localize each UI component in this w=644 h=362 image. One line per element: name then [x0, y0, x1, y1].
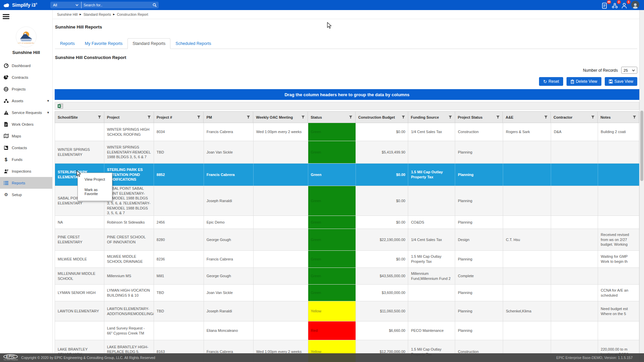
column-header-oac[interactable]: Weekly OAC Meeting	[253, 112, 308, 123]
app-brand[interactable]: Simplify i3®	[3, 2, 37, 8]
sidebar-item-setup[interactable]: ⚙ Setup	[0, 189, 52, 200]
cell-contractor	[551, 251, 598, 267]
cell-project: PINE CREST SCHOOL OF INNOVATION	[104, 229, 154, 250]
cell-funding: 1/4 Cent Sales Tax	[408, 123, 455, 141]
column-header-contractor[interactable]: Contractor	[551, 112, 598, 123]
notifications-documents-button[interactable]: 40	[602, 1, 609, 9]
column-header-budget[interactable]: Construction Budget	[356, 112, 408, 123]
cell-school: LAWTON ELEMENTARY	[55, 301, 104, 321]
column-header-pstatus[interactable]: Project Status	[455, 112, 503, 123]
cell-school: MILWEE MIDDLE	[55, 251, 104, 267]
filter-icon[interactable]	[349, 115, 353, 119]
column-header-number[interactable]: Project #	[154, 112, 204, 123]
menu-toggle-icon[interactable]	[3, 14, 9, 19]
table-row[interactable]: NARobinson St Sidewalks2456Epic DemoGree…	[55, 216, 639, 229]
reset-button[interactable]: ↻ Reset	[539, 77, 563, 86]
org-logo: CITY OF SUNSHINE HILL	[16, 26, 37, 47]
warning-triangle-icon	[3, 110, 9, 115]
table-row[interactable]: PINE CREST ELEMENTARYPINE CREST SCHOOL O…	[55, 229, 639, 251]
sidebar-item-label: Contracts	[12, 75, 28, 79]
table-row[interactable]: LYMAN SENIOR HIGHLYMAN HIGH-VOCATION BUI…	[55, 285, 639, 301]
excel-export-icon[interactable]	[58, 104, 63, 109]
table-row-selected[interactable]: STERLING PARK ELEMENTARYSTERLING PARK ES…	[55, 164, 639, 186]
cell-pm: Joseph Ranaldi	[204, 186, 254, 216]
user-avatar[interactable]	[631, 1, 639, 9]
filter-icon[interactable]	[197, 115, 201, 119]
sidebar-item-contracts[interactable]: Contracts	[0, 71, 52, 83]
delete-view-button[interactable]: Delete View	[567, 77, 601, 86]
cell-contractor	[551, 229, 598, 250]
tab-reports[interactable]: Reports	[55, 38, 80, 49]
sidebar-item-projects[interactable]: Projects	[0, 83, 52, 95]
search-icon[interactable]	[153, 3, 157, 7]
records-count-select[interactable]: 25	[621, 67, 637, 74]
sidebar-item-work-orders[interactable]: Work Orders	[0, 118, 52, 130]
context-menu-item-view-project[interactable]: View Project	[78, 176, 112, 183]
sidebar-item-maps[interactable]: Maps	[0, 130, 52, 142]
group-by-drop-zone[interactable]: Drag the column headers here to group th…	[55, 89, 639, 100]
cell-number	[154, 321, 204, 340]
filter-icon[interactable]	[401, 115, 405, 119]
cell-number	[154, 186, 204, 216]
cell-pm: Francis Cabrera	[204, 164, 254, 186]
filter-icon[interactable]	[544, 115, 548, 119]
table-row[interactable]: SABAL POINT ELEMENTARYSABAL POINT SABAL …	[55, 186, 639, 216]
cell-pstatus: Design	[455, 229, 503, 250]
badge-count: 2	[617, 0, 621, 4]
filter-icon[interactable]	[98, 115, 101, 119]
report-tabs: Reports My Favorite Reports Standard Rep…	[55, 38, 637, 49]
filter-icon[interactable]	[301, 115, 305, 119]
column-header-pm[interactable]: PM	[204, 112, 253, 123]
sidebar-item-funds[interactable]: $ Funds	[0, 154, 52, 165]
row-context-menu: View Project Mark as Favorite	[77, 173, 112, 201]
filter-icon[interactable]	[496, 115, 500, 119]
sidebar-item-contacts[interactable]: Contacts	[0, 142, 52, 154]
column-header-school[interactable]: School/Site	[55, 112, 104, 123]
column-header-notes[interactable]: Notes	[598, 112, 639, 123]
assets-icon	[3, 99, 9, 103]
cell-contractor	[551, 216, 598, 229]
notifications-user-button[interactable]: 1	[622, 1, 628, 9]
column-header-ae[interactable]: A&E	[503, 112, 551, 123]
cell-pstatus: Planning	[455, 285, 503, 301]
filter-icon[interactable]	[591, 115, 595, 119]
breadcrumb-item[interactable]: Standard Reports	[84, 12, 111, 16]
cell-project: Millennium MS	[104, 268, 154, 284]
sidebar-item-service-requests[interactable]: Service Requests ▼	[0, 107, 52, 118]
sidebar-item-dashboard[interactable]: Dashboard	[0, 60, 52, 71]
epic-logo: EPIC Your Work, Simplified	[3, 354, 18, 361]
page-scrollbar[interactable]	[639, 10, 644, 362]
table-row[interactable]: MILLENNIUM MIDDLE SCHOOLMillennium MSMil…	[55, 268, 639, 285]
search-scope-select[interactable]: All	[50, 3, 81, 7]
column-header-project[interactable]: Project	[104, 112, 154, 123]
table-row[interactable]: WINTER SPRINGS HIGH SCHOOL ROOFING8034Fr…	[55, 123, 639, 141]
cell-pstatus: Construction	[455, 123, 503, 141]
table-row[interactable]: MILWEE MIDDLEMILWEE MIDDLE SCHOOL DRAINA…	[55, 251, 639, 268]
scrollbar-thumb[interactable]	[640, 111, 643, 181]
table-row[interactable]: Land Survey Request - 66" Cypress Creek …	[55, 321, 639, 340]
sidebar-item-assets[interactable]: Assets ▼	[0, 95, 52, 107]
person-icon	[622, 3, 627, 9]
breadcrumb-item[interactable]: Construction Report	[117, 12, 148, 16]
tab-standard-reports[interactable]: Standard Reports	[127, 38, 170, 49]
sidebar-item-reports[interactable]: Reports	[0, 177, 52, 189]
table-row[interactable]: LAWTON ELEMENTARYLAWTON ELEMENTARY-ADDIT…	[55, 301, 639, 321]
table-row[interactable]: WINTER SPRINGS ELEMENTARYWINTER SPRINGS …	[55, 141, 639, 164]
filter-icon[interactable]	[633, 115, 636, 119]
breadcrumb-item[interactable]: Sunshine Hill	[57, 12, 77, 16]
filter-icon[interactable]	[147, 115, 151, 119]
context-menu-item-mark-as-favorite[interactable]: Mark as Favorite	[78, 186, 112, 197]
save-view-button[interactable]: Save View	[605, 77, 637, 86]
column-header-status[interactable]: Status	[308, 112, 356, 123]
tab-scheduled-reports[interactable]: Scheduled Reports	[170, 38, 216, 49]
filter-icon[interactable]	[448, 115, 452, 119]
search-input[interactable]	[82, 3, 153, 7]
column-header-label: Weekly OAC Meeting	[256, 115, 293, 119]
column-header-funding[interactable]: Funding Source	[408, 112, 455, 123]
grid-toolbar	[55, 102, 639, 110]
sidebar-item-inspections[interactable]: Inspections	[0, 165, 52, 177]
filter-icon[interactable]	[247, 115, 250, 119]
tab-my-favorite-reports[interactable]: My Favorite Reports	[80, 38, 128, 49]
cell-school: PINE CREST ELEMENTARY	[55, 229, 104, 250]
notifications-assets-button[interactable]: 2	[612, 1, 619, 9]
